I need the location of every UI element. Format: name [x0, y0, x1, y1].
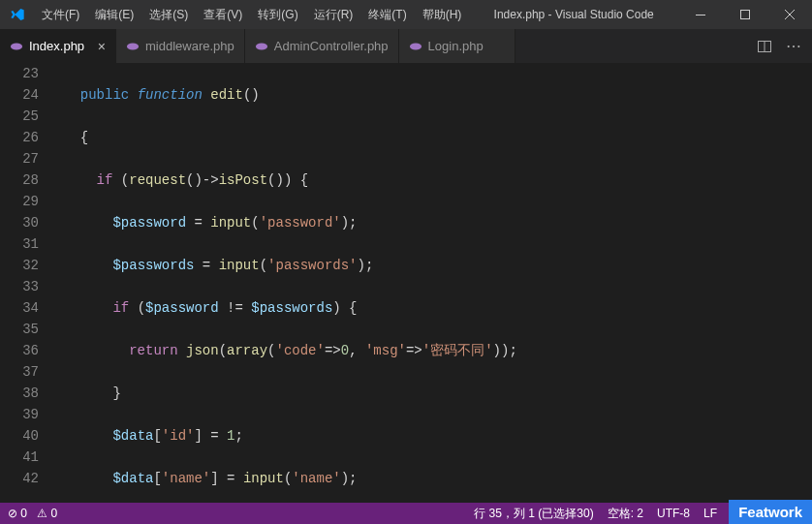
close-icon[interactable]: × [98, 39, 106, 54]
menu-edit[interactable]: 编辑(E) [87, 0, 141, 29]
titlebar: 文件(F) 编辑(E) 选择(S) 查看(V) 转到(G) 运行(R) 终端(T… [0, 0, 812, 29]
tab-label: middleware.php [145, 39, 234, 53]
tab-admincontroller[interactable]: AdminController.php [245, 29, 399, 63]
status-errors[interactable]: ⊘ 0 [8, 507, 27, 520]
minimize-button[interactable] [678, 0, 723, 29]
split-editor-icon[interactable] [754, 36, 775, 57]
menu-view[interactable]: 查看(V) [196, 0, 250, 29]
menu-help[interactable]: 帮助(H) [415, 0, 470, 29]
php-icon [10, 40, 23, 53]
status-bar: ⊘ 0 ⚠ 0 行 35，列 1 (已选择30) 空格: 2 UTF-8 LF [0, 503, 812, 524]
tab-bar: Index.php × middleware.php AdminControll… [0, 29, 812, 63]
line-gutter: 2324252627282930313233343536373839404142 [0, 63, 56, 503]
menu-selection[interactable]: 选择(S) [141, 0, 196, 29]
tab-label: Index.php [29, 39, 84, 53]
code-area[interactable]: public function edit() { if (request()->… [56, 63, 812, 503]
menu-terminal[interactable]: 终端(T) [360, 0, 414, 29]
window-title: Index.php - Visual Studio Code [469, 8, 678, 21]
status-indent[interactable]: 空格: 2 [608, 506, 643, 522]
close-button[interactable] [767, 0, 812, 29]
status-cursor-position[interactable]: 行 35，列 1 (已选择30) [474, 506, 593, 522]
menu-go[interactable]: 转到(G) [250, 0, 305, 29]
status-eol[interactable]: LF [703, 507, 717, 520]
menu-bar: 文件(F) 编辑(E) 选择(S) 查看(V) 转到(G) 运行(R) 终端(T… [34, 0, 469, 29]
tab-index[interactable]: Index.php × [0, 29, 116, 63]
status-encoding[interactable]: UTF-8 [657, 507, 690, 520]
window-controls [678, 0, 812, 29]
svg-rect-0 [696, 15, 705, 15]
tab-login[interactable]: Login.php [399, 29, 515, 63]
editor[interactable]: 2324252627282930313233343536373839404142… [0, 63, 812, 503]
tab-middleware[interactable]: middleware.php [116, 29, 245, 63]
svg-point-5 [409, 43, 421, 49]
php-icon [409, 40, 422, 53]
status-warnings[interactable]: ⚠ 0 [37, 507, 57, 520]
php-icon [255, 40, 268, 53]
svg-rect-1 [741, 11, 750, 19]
tab-label: AdminController.php [274, 39, 389, 53]
php-icon [126, 40, 140, 53]
featwork-badge: Featwork [729, 500, 812, 524]
vscode-logo-icon [0, 7, 34, 22]
svg-point-2 [11, 43, 22, 49]
more-actions-icon[interactable]: ⋯ [783, 36, 804, 57]
svg-point-3 [127, 43, 139, 49]
svg-point-4 [256, 43, 267, 49]
menu-file[interactable]: 文件(F) [34, 0, 87, 29]
tab-label: Login.php [428, 39, 484, 53]
menu-run[interactable]: 运行(R) [306, 0, 361, 29]
maximize-button[interactable] [723, 0, 767, 29]
